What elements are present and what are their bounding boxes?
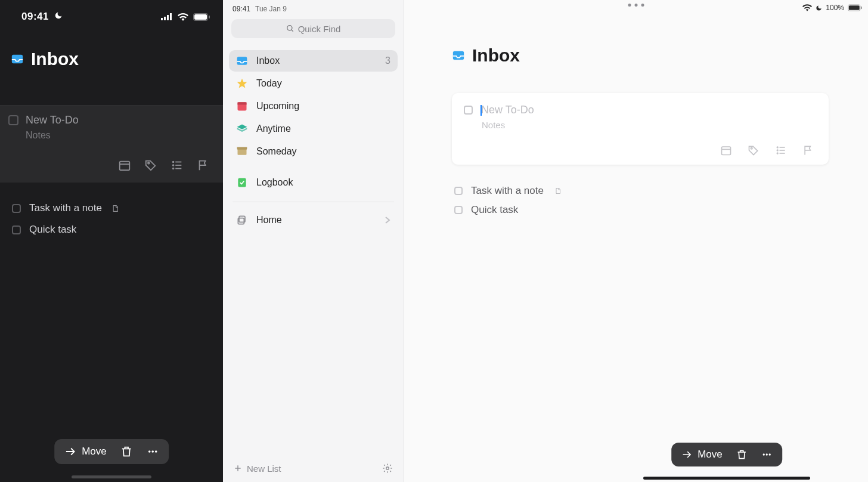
status-clock: 09:41	[21, 11, 49, 22]
sidebar-item-label: Today	[256, 78, 282, 89]
iphone-action-bar: Move	[54, 439, 169, 464]
ipad-action-bar: Move	[671, 443, 782, 466]
ipad-new-todo-card[interactable]: New To-Do Notes	[452, 93, 829, 165]
inbox-icon	[236, 55, 248, 67]
todo-checkbox[interactable]	[464, 106, 473, 115]
more-button[interactable]	[146, 445, 159, 458]
moon-icon	[816, 5, 822, 11]
search-input[interactable]: Quick Find	[231, 19, 395, 38]
svg-point-49	[777, 153, 778, 154]
status-date: Tue Jan 9	[255, 5, 287, 13]
sidebar-item-inbox[interactable]: Inbox 3	[229, 50, 398, 72]
todo-notes-input[interactable]: Notes	[482, 120, 817, 130]
svg-marker-24	[237, 79, 247, 88]
multitask-dots-icon[interactable]	[628, 4, 644, 7]
todo-title-input[interactable]: New To-Do	[481, 104, 534, 116]
sidebar-item-today[interactable]: Today	[229, 73, 398, 94]
svg-point-36	[386, 467, 389, 470]
checklist-icon[interactable]	[775, 144, 787, 156]
sidebar-item-label: Inbox	[256, 55, 280, 66]
sidebar-item-label: Home	[256, 215, 282, 225]
trash-button[interactable]	[120, 445, 133, 458]
calendar-icon[interactable]	[118, 159, 131, 172]
todo-notes-input[interactable]: Notes	[26, 130, 215, 141]
chevron-right-icon	[385, 216, 390, 224]
iphone-new-todo-card[interactable]: New To-Do Notes	[0, 105, 223, 183]
svg-point-52	[765, 453, 767, 455]
svg-point-48	[777, 150, 778, 151]
svg-rect-5	[209, 16, 210, 18]
area-icon	[236, 214, 248, 226]
sidebar-item-label: Anytime	[256, 123, 291, 134]
todo-checkbox[interactable]	[8, 115, 18, 125]
task-checkbox[interactable]	[454, 206, 463, 214]
iphone-home-indicator[interactable]	[72, 475, 151, 478]
sidebar-item-someday[interactable]: Someday	[229, 141, 398, 162]
svg-rect-6	[194, 14, 207, 20]
svg-rect-41	[722, 147, 731, 155]
new-list-label: New List	[247, 464, 281, 474]
settings-button[interactable]	[382, 463, 393, 474]
task-checkbox[interactable]	[12, 225, 21, 234]
svg-point-20	[154, 450, 157, 453]
more-button[interactable]	[761, 449, 773, 461]
iphone-screen: 09:41 Inbox New To-Do Notes	[0, 0, 223, 482]
svg-rect-39	[849, 5, 860, 10]
sidebar-item-upcoming[interactable]: Upcoming	[229, 95, 398, 117]
ipad-task-list: Task with a note Quick task	[452, 181, 829, 220]
svg-point-14	[173, 162, 174, 163]
plus-icon	[234, 464, 242, 472]
svg-point-16	[173, 168, 174, 169]
iphone-status-bar: 09:41	[0, 0, 223, 27]
ipad-screen: 09:41 Tue Jan 9 Quick Find Inbox 3 Today…	[223, 0, 868, 482]
svg-point-18	[148, 450, 150, 453]
task-row[interactable]: Task with a note	[452, 181, 829, 200]
ipad-content: Inbox New To-Do Notes Task with	[404, 13, 868, 220]
svg-rect-38	[861, 7, 862, 9]
iphone-task-list: Task with a note Quick task	[0, 183, 223, 240]
signal-icon	[161, 13, 173, 20]
task-row[interactable]: Quick task	[452, 200, 829, 220]
new-list-button[interactable]: New List	[234, 464, 281, 474]
flag-icon[interactable]	[197, 159, 210, 172]
move-button[interactable]: Move	[681, 449, 723, 461]
tag-icon[interactable]	[144, 159, 157, 172]
svg-point-43	[751, 147, 752, 149]
checklist-icon[interactable]	[170, 159, 184, 172]
svg-point-53	[768, 453, 770, 455]
svg-rect-3	[170, 13, 172, 20]
ipad-sidebar: 09:41 Tue Jan 9 Quick Find Inbox 3 Today…	[223, 0, 404, 482]
ipad-status-bar-right: 100%	[802, 4, 862, 12]
note-attached-icon	[554, 187, 562, 194]
svg-point-47	[777, 147, 778, 148]
arrow-right-icon	[681, 449, 693, 461]
sidebar-footer: New List	[234, 463, 393, 474]
task-label: Task with a note	[471, 185, 544, 197]
task-label: Quick task	[29, 224, 76, 236]
archive-icon	[236, 146, 248, 157]
todo-card-actions	[464, 130, 817, 156]
search-icon	[286, 24, 294, 33]
sidebar-item-label: Upcoming	[256, 101, 299, 112]
tag-icon[interactable]	[748, 144, 760, 156]
note-attached-icon	[111, 205, 119, 212]
task-checkbox[interactable]	[12, 204, 21, 213]
sidebar-item-logbook[interactable]: Logbook	[229, 172, 398, 193]
ipad-home-indicator[interactable]	[643, 477, 810, 480]
sidebar-item-anytime[interactable]: Anytime	[229, 118, 398, 140]
sidebar-area-home[interactable]: Home	[229, 209, 398, 231]
move-button[interactable]: Move	[64, 445, 107, 458]
task-checkbox[interactable]	[454, 187, 463, 195]
todo-title-input[interactable]: New To-Do	[26, 114, 79, 126]
task-row[interactable]: Quick task	[0, 219, 223, 240]
svg-rect-2	[167, 15, 169, 20]
calendar-icon[interactable]	[720, 144, 732, 156]
wifi-icon	[802, 4, 812, 11]
status-clock: 09:41	[232, 5, 250, 13]
star-icon	[236, 78, 248, 89]
inbox-icon	[452, 49, 465, 62]
trash-button[interactable]	[736, 449, 748, 461]
search-placeholder: Quick Find	[298, 24, 341, 34]
flag-icon[interactable]	[802, 144, 814, 156]
task-row[interactable]: Task with a note	[0, 197, 223, 219]
